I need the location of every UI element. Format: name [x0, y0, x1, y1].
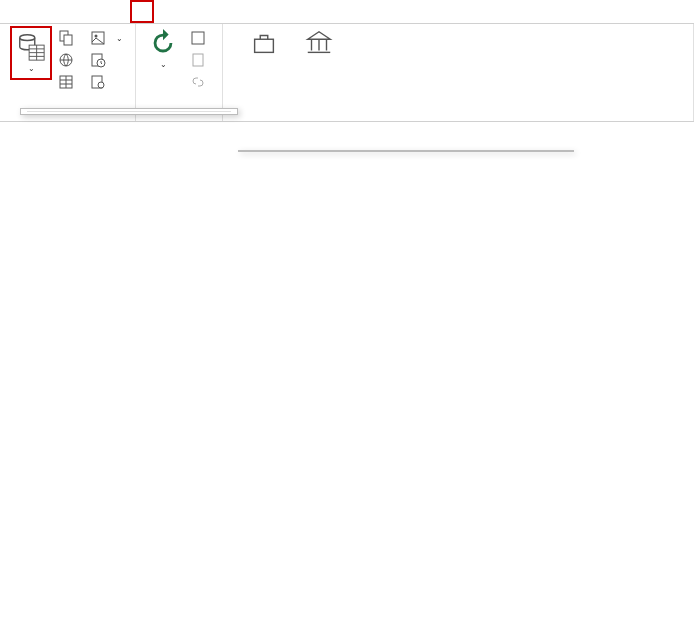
tab-data[interactable]	[130, 0, 154, 23]
tab-review[interactable]	[154, 0, 174, 23]
svg-point-0	[20, 35, 35, 41]
workbook-links-button[interactable]	[188, 72, 212, 92]
ribbon-tabs	[0, 0, 694, 24]
tab-insert[interactable]	[50, 0, 70, 23]
from-web-button[interactable]	[56, 50, 80, 70]
svg-rect-20	[193, 54, 203, 66]
from-database-submenu	[238, 150, 574, 152]
get-data-menu	[20, 108, 238, 115]
tab-formulas[interactable]	[110, 0, 130, 23]
properties-icon	[190, 52, 206, 68]
queries-icon	[190, 30, 206, 46]
stocks-button[interactable]	[299, 26, 339, 62]
tab-draw[interactable]	[70, 0, 90, 23]
chevron-down-icon: ⌄	[160, 60, 167, 70]
picture-icon	[90, 30, 106, 46]
existing-connections-button[interactable]	[88, 72, 125, 92]
properties-button[interactable]	[188, 50, 212, 70]
tab-automate[interactable]	[194, 0, 214, 23]
from-table-range-button[interactable]	[56, 72, 80, 92]
recent-icon	[90, 52, 106, 68]
queries-connections-button[interactable]	[188, 28, 212, 48]
organization-button[interactable]	[229, 26, 299, 62]
svg-point-14	[95, 35, 98, 38]
recent-sources-button[interactable]	[88, 50, 125, 70]
connections-icon	[90, 74, 106, 90]
text-csv-icon	[58, 30, 74, 46]
tab-home[interactable]	[30, 0, 50, 23]
refresh-all-button[interactable]: ⌄	[142, 26, 184, 72]
tab-developer[interactable]	[214, 0, 234, 23]
svg-rect-7	[64, 35, 72, 45]
briefcase-icon	[249, 28, 279, 58]
tab-view[interactable]	[174, 0, 194, 23]
from-text-csv-button[interactable]	[56, 28, 80, 48]
refresh-icon	[148, 28, 178, 58]
svg-point-18	[98, 82, 104, 88]
bank-icon	[304, 28, 334, 58]
chevron-down-icon: ⌄	[116, 34, 123, 43]
links-icon	[190, 74, 206, 90]
table-icon	[58, 74, 74, 90]
get-data-button[interactable]: ⌄	[10, 26, 52, 80]
tab-page-layout[interactable]	[90, 0, 110, 23]
chevron-down-icon: ⌄	[28, 64, 35, 74]
web-icon	[58, 52, 74, 68]
database-grid-icon	[16, 32, 46, 62]
from-picture-button[interactable]: ⌄	[88, 28, 125, 48]
menu-separator	[27, 111, 231, 112]
tab-file[interactable]	[10, 0, 30, 23]
svg-rect-19	[192, 32, 204, 44]
svg-rect-21	[255, 39, 274, 52]
